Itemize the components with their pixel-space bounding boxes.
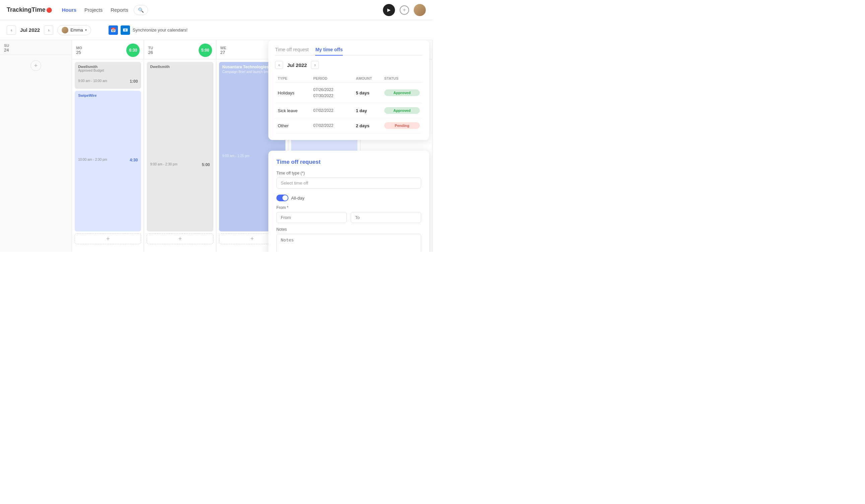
logo: TrackingTime 🔴 bbox=[7, 7, 52, 13]
event-title-tue: Dwellsmith bbox=[150, 65, 210, 69]
type-holidays: Holidays bbox=[278, 91, 313, 95]
notes-label: Notes bbox=[276, 227, 421, 232]
period-holidays: 07/26/2022 07/30/2022 bbox=[313, 87, 356, 99]
period-other: 07/02/2022 bbox=[313, 123, 356, 128]
add-button[interactable]: + bbox=[400, 5, 409, 15]
panel-month: Jul 2022 bbox=[287, 62, 307, 68]
sync-text: Synchronize your calendars! bbox=[132, 27, 188, 33]
day-column-mon: MO 25 6:30 Dwellsmith Approved Budget 9:… bbox=[72, 40, 144, 252]
status-sick: Approved bbox=[384, 107, 420, 114]
amount-other: 2 days bbox=[356, 123, 384, 128]
play-button[interactable]: ▶ bbox=[383, 4, 395, 16]
header-right: ▶ + bbox=[383, 4, 426, 16]
google-calendar-icon[interactable]: 📅 bbox=[108, 25, 118, 35]
time-badge-mon: 6:30 bbox=[126, 44, 140, 57]
day-num: 25 bbox=[76, 50, 82, 55]
event-sub: Approved Budget bbox=[78, 69, 138, 72]
next-month-button[interactable]: › bbox=[44, 25, 53, 35]
day-content-tue: Dwellsmith 9:00 am - 2:30 pm 5:00 + bbox=[144, 59, 216, 247]
current-month: Jul 2022 bbox=[20, 27, 40, 33]
tab-time-off-request[interactable]: Time off request bbox=[275, 47, 309, 55]
user-dropdown-icon: ▾ bbox=[85, 28, 87, 32]
event-title: Dwellsmith bbox=[78, 65, 138, 69]
col-status[interactable]: STATUS bbox=[384, 77, 420, 80]
prev-month-button[interactable]: ‹ bbox=[7, 25, 16, 35]
amount-holidays: 5 days bbox=[356, 91, 384, 95]
table-row-3: Other 07/02/2022 2 days Pending bbox=[275, 118, 423, 133]
timeoff-form: Time off request Time off type (*) Selec… bbox=[268, 151, 429, 252]
status-holidays: Approved bbox=[384, 90, 420, 96]
panel-tabs: Time off request My time offs bbox=[275, 47, 423, 56]
day-abbr: SU bbox=[4, 44, 9, 48]
date-row bbox=[276, 212, 421, 223]
day-num: 24 bbox=[4, 48, 9, 52]
header: TrackingTime 🔴 Hours Projects Reports 🔍 … bbox=[0, 0, 432, 20]
day-header-mon: MO 25 6:30 bbox=[72, 40, 144, 59]
day-abbr: TU bbox=[148, 46, 153, 50]
all-day-toggle[interactable] bbox=[276, 195, 288, 201]
add-event-btn-mon[interactable]: + bbox=[75, 233, 141, 244]
from-label: From * bbox=[276, 205, 421, 210]
day-content-mon: Dwellsmith Approved Budget 9:00 am - 10:… bbox=[72, 59, 144, 247]
form-title: Time off request bbox=[276, 159, 421, 165]
main-nav: Hours Projects Reports bbox=[62, 7, 128, 13]
toggle-row: All-day bbox=[276, 195, 421, 201]
day-content-sun: + bbox=[0, 55, 72, 243]
nav-projects[interactable]: Projects bbox=[84, 7, 103, 13]
event-time-row: 9:00 am - 10:00 am 1:00 bbox=[78, 79, 138, 84]
type-other: Other bbox=[278, 123, 313, 128]
day-num: 27 bbox=[220, 50, 227, 55]
main-content: SU 24 + MO 25 6:30 Dwellsmith Approved B bbox=[0, 40, 432, 252]
type-sick: Sick leave bbox=[278, 108, 313, 113]
amount-sick: 1 day bbox=[356, 108, 384, 113]
day-header-sun: SU 24 bbox=[0, 40, 72, 55]
panel-next-month[interactable]: › bbox=[311, 61, 319, 69]
day-abbr: MO bbox=[76, 46, 82, 50]
time-badge-tue: 5:00 bbox=[199, 44, 212, 57]
status-other: Pending bbox=[384, 122, 420, 129]
event-card-tue[interactable]: Dwellsmith 9:00 am - 2:30 pm 5:00 bbox=[147, 62, 213, 231]
day-column-tue: TU 26 5:00 Dwellsmith 9:00 am - 2:30 pm … bbox=[144, 40, 216, 252]
day-num: 26 bbox=[148, 50, 153, 55]
add-event-btn-tue[interactable]: + bbox=[147, 233, 213, 244]
form-type-label: Time off type (*) bbox=[276, 171, 421, 175]
from-date-input[interactable] bbox=[276, 212, 347, 223]
col-amount[interactable]: AMOUNT bbox=[356, 77, 384, 80]
tab-my-time-offs[interactable]: My time offs bbox=[315, 47, 343, 56]
my-timeoffs-panel: Time off request My time offs ‹ Jul 2022… bbox=[268, 40, 429, 140]
add-event-circle[interactable]: + bbox=[31, 60, 41, 71]
form-type-select[interactable]: Select time off bbox=[276, 177, 421, 189]
logo-icon: 🔴 bbox=[46, 7, 52, 13]
all-day-label: All-day bbox=[291, 196, 304, 201]
day-column-sun: SU 24 + bbox=[0, 40, 72, 252]
logo-text: TrackingTime bbox=[7, 7, 46, 13]
col-type[interactable]: TYPE bbox=[278, 77, 313, 80]
to-date-input[interactable] bbox=[351, 212, 421, 223]
sync-area: 📅 📧 Synchronize your calendars! bbox=[108, 25, 188, 35]
table-row-2: Sick leave 07/02/2022 1 day Approved bbox=[275, 103, 423, 118]
nav-reports[interactable]: Reports bbox=[111, 7, 128, 13]
nav-hours[interactable]: Hours bbox=[62, 7, 77, 13]
event-time-row-tue: 9:00 am - 2:30 pm 5:00 bbox=[150, 162, 210, 167]
user-selector[interactable]: Emma ▾ bbox=[57, 25, 91, 35]
search-button[interactable]: 🔍 bbox=[134, 5, 148, 15]
panel-month-nav: ‹ Jul 2022 › bbox=[275, 61, 423, 69]
table-header: TYPE PERIOD AMOUNT STATUS bbox=[275, 74, 423, 83]
day-header-tue: TU 26 5:00 bbox=[144, 40, 216, 59]
table-row: Holidays 07/26/2022 07/30/2022 5 days Ap… bbox=[275, 83, 423, 103]
toolbar: ‹ Jul 2022 › Emma ▾ 📅 📧 Synchronize your… bbox=[0, 20, 432, 40]
event-time-row-2: 10:00 am - 2:30 pm 4:30 bbox=[78, 158, 138, 162]
notes-textarea[interactable] bbox=[276, 234, 421, 252]
event-card[interactable]: Dwellsmith Approved Budget 9:00 am - 10:… bbox=[75, 62, 141, 89]
user-name: Emma bbox=[70, 27, 83, 33]
period-sick: 07/02/2022 bbox=[313, 108, 356, 113]
user-avatar[interactable] bbox=[414, 4, 426, 16]
outlook-calendar-icon[interactable]: 📧 bbox=[120, 25, 130, 35]
day-abbr: WE bbox=[220, 46, 227, 50]
col-period[interactable]: PERIOD bbox=[313, 77, 356, 80]
event-title-2: SwipeWire bbox=[78, 93, 138, 97]
event-card-2[interactable]: SwipeWire 10:00 am - 2:30 pm 4:30 bbox=[75, 91, 141, 231]
panel-prev-month[interactable]: ‹ bbox=[275, 61, 283, 69]
user-avatar-sm bbox=[62, 27, 68, 34]
